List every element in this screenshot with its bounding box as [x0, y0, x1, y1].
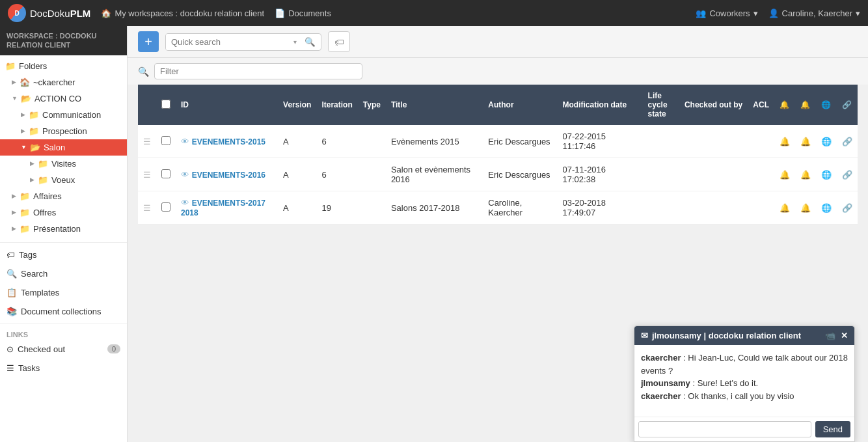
col-icon4: 🔗: [837, 85, 858, 125]
row-checkbox[interactable]: [161, 136, 170, 145]
row-link[interactable]: 🔗: [837, 191, 858, 225]
row-notif1[interactable]: 🔔: [774, 191, 795, 225]
search-dropdown-button[interactable]: ▾: [291, 35, 299, 49]
nav-coworkers[interactable]: 👥 Coworkers ▾: [696, 8, 757, 18]
documents-icon: 📄: [275, 8, 285, 18]
top-navigation: D DocDokuPLM 🏠 My workspaces : docdoku r…: [0, 0, 868, 26]
doc-id-link[interactable]: EVENEMENTS-2017 2018: [181, 199, 265, 217]
app-logo[interactable]: D DocDokuPLM: [8, 4, 90, 22]
sidebar-item-prospection[interactable]: ▶ 📁 Prospection: [0, 123, 127, 139]
row-menu-icon[interactable]: ☰: [138, 158, 156, 191]
chat-close-icon[interactable]: ✕: [841, 331, 848, 340]
folder-open-icon: 📂: [30, 143, 40, 152]
logo-icon: D: [8, 4, 26, 22]
link-icon: 🔗: [842, 170, 852, 180]
col-version: Version: [278, 85, 316, 125]
row-acl: [748, 158, 774, 191]
sidebar-tags[interactable]: 🏷 Tags: [0, 245, 127, 264]
tag-filter-button[interactable]: 🏷: [328, 31, 350, 52]
row-author: Eric Descargues: [483, 158, 557, 191]
sidebar-item-action-co[interactable]: ▼ 📂 ACTION CO: [0, 90, 127, 107]
row-checkbox-cell: [156, 191, 176, 225]
row-globe[interactable]: 🌐: [816, 125, 837, 158]
col-actions: [138, 85, 156, 125]
bell1-icon: 🔔: [780, 137, 790, 146]
filter-input[interactable]: [154, 63, 362, 79]
row-link[interactable]: 🔗: [837, 125, 858, 158]
row-checkbox[interactable]: [161, 202, 170, 212]
sidebar-item-communication[interactable]: ▶ 📁 Communication: [0, 107, 127, 123]
row-link[interactable]: 🔗: [837, 158, 858, 191]
nav-documents[interactable]: 📄 Documents: [275, 8, 331, 18]
row-type: [358, 125, 386, 158]
row-notif2[interactable]: 🔔: [795, 191, 816, 225]
chat-message-input[interactable]: [638, 421, 811, 437]
row-menu-icon[interactable]: ☰: [138, 191, 156, 225]
globe-icon: 🌐: [821, 203, 832, 213]
filter-bar: 🔍: [128, 58, 868, 85]
chat-message: jlmounsamy : Sure! Let's do it.: [641, 377, 848, 390]
app-name: DocDokuPLM: [30, 8, 90, 19]
sidebar-item-presentation[interactable]: ▶ 📁 Présentation: [0, 221, 127, 237]
col-icon3: 🌐: [816, 85, 837, 125]
sidebar-item-salon[interactable]: ▼ 📂 Salon: [0, 139, 127, 156]
checked-out-icon: ⊙: [7, 344, 14, 354]
sidebar-item-visites[interactable]: ▶ 📁 Visites: [0, 156, 127, 172]
quick-search-input[interactable]: [166, 34, 291, 50]
add-document-button[interactable]: +: [138, 31, 159, 52]
row-notif1[interactable]: 🔔: [774, 125, 795, 158]
sidebar-doc-collections[interactable]: 📚 Document collections: [0, 302, 127, 321]
chat-send-button[interactable]: Send: [815, 421, 850, 437]
user-chevron-icon: ▾: [856, 8, 860, 18]
row-menu-icon[interactable]: ☰: [138, 125, 156, 158]
row-notif1[interactable]: 🔔: [774, 158, 795, 191]
row-mod-date: 07-11-2016 17:02:38: [558, 158, 643, 191]
chevron-down-icon: ▼: [12, 95, 18, 102]
row-globe[interactable]: 🌐: [816, 191, 837, 225]
sidebar-item-voeux[interactable]: ▶ 📁 Voeux: [0, 172, 127, 188]
chevron-right-icon: ▶: [21, 128, 25, 134]
bell2-icon: 🔔: [800, 137, 811, 146]
tasks-icon: ☰: [7, 363, 14, 373]
chat-video-icon[interactable]: 📹: [825, 331, 835, 340]
row-title: Evènements 2015: [386, 125, 483, 158]
col-iteration: Iteration: [316, 85, 357, 125]
home-icon: 🏠: [20, 77, 30, 87]
row-iteration: 19: [316, 191, 357, 225]
globe-icon: 🌐: [821, 137, 832, 146]
col-lifecycle: Life cycle state: [643, 85, 679, 125]
eye-icon: 👁: [181, 137, 189, 146]
row-version: A: [278, 125, 316, 158]
sidebar-item-home-kaercher[interactable]: ▶ 🏠 ~ckaercher: [0, 74, 127, 90]
bell2-icon: 🔔: [800, 203, 811, 213]
search-icon: 🔍: [7, 269, 17, 279]
row-globe[interactable]: 🌐: [816, 158, 837, 191]
doc-id-link[interactable]: EVENEMENTS-2016: [192, 171, 265, 180]
sidebar-templates[interactable]: 📋 Templates: [0, 283, 127, 302]
row-version: A: [278, 191, 316, 225]
row-checkbox[interactable]: [161, 169, 170, 178]
col-type: Type: [358, 85, 386, 125]
workspace-label: WORKSPACE : DOCDOKU RELATION CLIENT: [0, 26, 127, 55]
sidebar-tasks[interactable]: ☰ Tasks: [0, 359, 127, 378]
chat-username: jlmounsamy: [641, 378, 690, 388]
folder-icon: 📁: [20, 224, 30, 234]
user-icon: 👤: [768, 8, 779, 18]
row-checked-out-by: [679, 125, 748, 158]
nav-user[interactable]: 👤 Caroline, Kaercher ▾: [768, 8, 860, 18]
sidebar-item-offres[interactable]: ▶ 📁 Offres: [0, 204, 127, 221]
select-all-checkbox[interactable]: [161, 100, 170, 109]
sidebar-item-affaires[interactable]: ▶ 📁 Affaires: [0, 188, 127, 204]
folder-icon: 📁: [29, 110, 39, 120]
sidebar-search[interactable]: 🔍 Search: [0, 264, 127, 283]
sidebar-folders-header[interactable]: 📁 Folders: [0, 58, 127, 74]
link-icon: 🔗: [842, 137, 852, 146]
collections-icon: 📚: [7, 307, 17, 316]
row-notif2[interactable]: 🔔: [795, 158, 816, 191]
search-submit-button[interactable]: 🔍: [299, 34, 321, 50]
sidebar-checked-out[interactable]: ⊙ Checked out 0: [0, 340, 127, 359]
row-notif2[interactable]: 🔔: [795, 125, 816, 158]
doc-id-link[interactable]: EVENEMENTS-2015: [192, 137, 265, 146]
home-icon: 🏠: [101, 8, 111, 18]
nav-my-workspaces[interactable]: 🏠 My workspaces : docdoku relation clien…: [101, 8, 264, 18]
